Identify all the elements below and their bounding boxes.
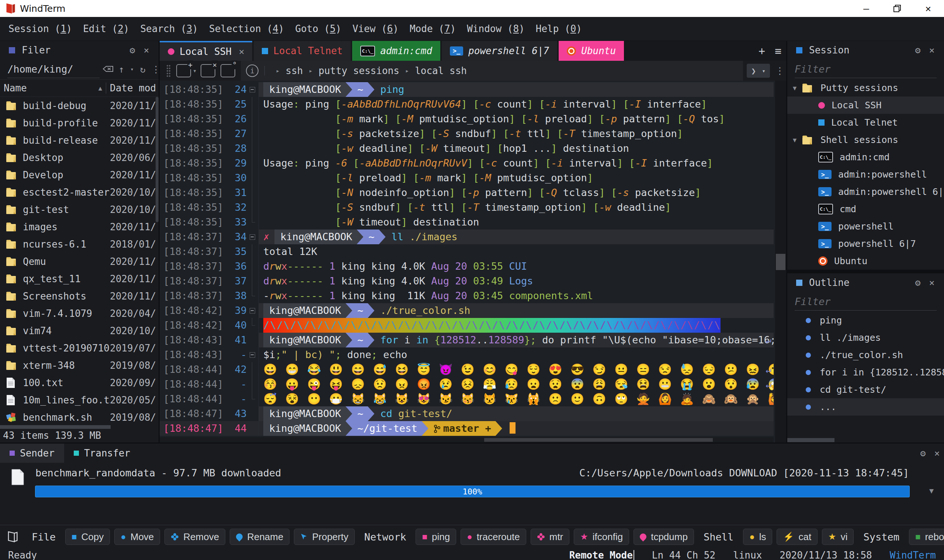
- menu-item-help[interactable]: Help (0): [530, 23, 588, 34]
- status-mode[interactable]: Remote Mode: [569, 550, 634, 560]
- toolbar-button-tcpdump[interactable]: tcpdump: [634, 529, 694, 545]
- session-item-shell-sessions[interactable]: ▼Shell sessions: [787, 131, 944, 148]
- tab-powershell-6-7[interactable]: >_powershell 6|7: [442, 41, 557, 61]
- history-dropdown-icon[interactable]: ▾: [762, 68, 765, 74]
- toolbar-button-vi[interactable]: ★vi: [822, 529, 854, 545]
- terminal-menu-icon[interactable]: ⋮: [774, 65, 786, 76]
- transfer-close-icon[interactable]: ×: [930, 448, 944, 459]
- transfer-settings-icon[interactable]: ⚙: [916, 448, 930, 459]
- table-row[interactable]: esctest2-master2020/10/: [0, 183, 159, 201]
- terminal-vertical-scrollbar[interactable]: [775, 81, 786, 443]
- filer-path-input[interactable]: /home/king/: [8, 61, 100, 78]
- menu-item-mode[interactable]: Mode (7): [404, 23, 461, 34]
- table-row[interactable]: qx_test_112020/11/: [0, 270, 159, 288]
- table-row[interactable]: vttest-201907102019/07/: [0, 339, 159, 357]
- filer-menu-icon[interactable]: ⋮: [150, 64, 162, 75]
- new-session-dropdown-icon[interactable]: ▾: [193, 67, 197, 74]
- tab-close-icon[interactable]: ✕: [239, 46, 244, 57]
- toolbar-button-copy[interactable]: ■Copy: [65, 529, 110, 545]
- table-row[interactable]: benchmark.sh2019/08/: [0, 409, 159, 425]
- breadcrumb-item[interactable]: putty sessions: [319, 65, 400, 76]
- menu-item-search[interactable]: Search (3): [134, 23, 204, 34]
- table-row[interactable]: 10m_lines_foo.t…2020/05/: [0, 391, 159, 409]
- session-item-putty-sessions[interactable]: ▼Putty sessions: [787, 79, 944, 97]
- new-session-icon[interactable]: +: [176, 64, 191, 77]
- session-item-cmd[interactable]: C:\_cmd: [787, 200, 944, 218]
- table-row[interactable]: ncurses-6.12018/01/: [0, 235, 159, 253]
- sidebar-horizontal-scrollbar[interactable]: [787, 437, 944, 443]
- menu-item-session[interactable]: Session (1): [3, 23, 77, 34]
- go-icon[interactable]: ❯: [751, 66, 756, 75]
- toolbar-grip[interactable]: [166, 65, 171, 77]
- transfer-dropdown-icon[interactable]: ▼: [929, 486, 934, 495]
- transfer-tab-sender[interactable]: Sender: [0, 443, 64, 463]
- close-button[interactable]: ✕: [923, 4, 933, 13]
- outline-item[interactable]: ./true_color.sh: [787, 346, 944, 364]
- new-tab-button[interactable]: +: [754, 45, 770, 57]
- filer-vertical-scrollbar[interactable]: [156, 97, 159, 222]
- close-session-icon[interactable]: ×: [201, 64, 215, 77]
- tab-local-ssh[interactable]: Local SSH✕: [160, 41, 252, 61]
- status-os[interactable]: linux: [733, 550, 762, 560]
- toolbar-button-move[interactable]: ●Move: [114, 529, 160, 545]
- transfer-file-name[interactable]: benchmark_randomdata - 97.7 MB downloade…: [35, 467, 281, 478]
- table-row[interactable]: build-profile2020/11/: [0, 114, 159, 132]
- fold-icon[interactable]: [247, 348, 259, 362]
- menu-item-edit[interactable]: Edit (2): [77, 23, 134, 34]
- address-actions[interactable]: ❯ ▾: [747, 64, 770, 78]
- tab-local-telnet[interactable]: Local Telnet: [254, 41, 351, 61]
- tab-ubuntu[interactable]: Ubuntu: [558, 41, 624, 61]
- toolbar-button-reboot[interactable]: ■reboot: [909, 529, 944, 545]
- filer-close-icon[interactable]: ×: [139, 45, 153, 55]
- address-bar[interactable]: i ▸ssh▸putty sessions▸local ssh: [241, 61, 743, 81]
- column-name[interactable]: Name ▲: [0, 83, 106, 94]
- table-row[interactable]: Develop2020/11/: [0, 166, 159, 183]
- session-item-local-telnet[interactable]: Local Telnet: [787, 114, 944, 131]
- toolbar-button-ifconfig[interactable]: ★ifconfig: [574, 529, 629, 545]
- session-close-icon[interactable]: ×: [925, 45, 939, 55]
- table-row[interactable]: git-test2020/10/: [0, 201, 159, 218]
- table-row[interactable]: Screenshots2020/11/: [0, 288, 159, 305]
- toolbar-button-ping[interactable]: ■ping: [416, 529, 456, 545]
- filer-horizontal-scrollbar[interactable]: [0, 425, 159, 429]
- outline-item[interactable]: ping: [787, 312, 944, 329]
- fold-icon[interactable]: [247, 303, 259, 318]
- menu-item-window[interactable]: Window (8): [461, 23, 530, 34]
- info-icon[interactable]: i: [246, 65, 259, 77]
- toolbar-button-ls[interactable]: ●ls: [743, 529, 772, 545]
- toolbar-button-cat[interactable]: ⚡cat: [777, 529, 818, 545]
- breadcrumb-item[interactable]: ssh: [286, 65, 303, 76]
- tab-list-button[interactable]: ≡: [770, 45, 786, 57]
- refresh-icon[interactable]: ↻: [136, 64, 149, 75]
- outline-close-icon[interactable]: ×: [925, 277, 939, 288]
- session-item-admin-cmd[interactable]: C:\_admin:cmd: [787, 148, 944, 166]
- path-dropdown-icon[interactable]: ▾: [128, 66, 136, 72]
- table-row[interactable]: build-release2020/11/: [0, 132, 159, 149]
- session-item-admin-powershell-6-7[interactable]: >_admin:powershell 6|7: [787, 183, 944, 200]
- outline-item[interactable]: ...: [787, 398, 944, 415]
- menu-item-view[interactable]: View (6): [347, 23, 404, 34]
- reopen-session-icon[interactable]: °: [221, 64, 235, 77]
- session-item-powershell[interactable]: >_powershell: [787, 218, 944, 235]
- menu-item-selection[interactable]: Selection (4): [204, 23, 290, 34]
- terminal-viewport[interactable]: [18:48:35]24king@MACBOOK~ping[18:48:35]2…: [160, 81, 786, 443]
- table-row[interactable]: images2020/11/: [0, 218, 159, 235]
- up-directory-icon[interactable]: ↑: [115, 64, 128, 75]
- table-row[interactable]: xterm-3482019/08/: [0, 357, 159, 374]
- outline-filter-input[interactable]: Filter: [794, 293, 936, 311]
- column-date[interactable]: Date mod: [106, 83, 159, 94]
- terminal-horizontal-scrollbar[interactable]: [160, 437, 774, 443]
- session-settings-icon[interactable]: ⚙: [911, 45, 925, 55]
- outline-item[interactable]: for i in {128512..128589}: [787, 364, 944, 381]
- session-item-admin-powershell[interactable]: >_admin:powershell: [787, 166, 944, 183]
- toolbar-button-traceroute[interactable]: ●traceroute: [461, 529, 526, 545]
- table-row[interactable]: Qemu2020/11/: [0, 253, 159, 270]
- table-row[interactable]: vim-7.4.10792020/04/: [0, 305, 159, 322]
- breadcrumb-item[interactable]: local ssh: [415, 65, 467, 76]
- tab-admin-cmd[interactable]: C:\_admin:cmd: [352, 41, 440, 61]
- status-position[interactable]: Ln 44 Ch 52: [652, 550, 716, 560]
- outline-settings-icon[interactable]: ⚙: [911, 277, 925, 288]
- table-row[interactable]: Desktop2020/06/: [0, 149, 159, 166]
- outline-item[interactable]: ll ./images: [787, 329, 944, 346]
- session-item-local-ssh[interactable]: Local SSH: [787, 97, 944, 114]
